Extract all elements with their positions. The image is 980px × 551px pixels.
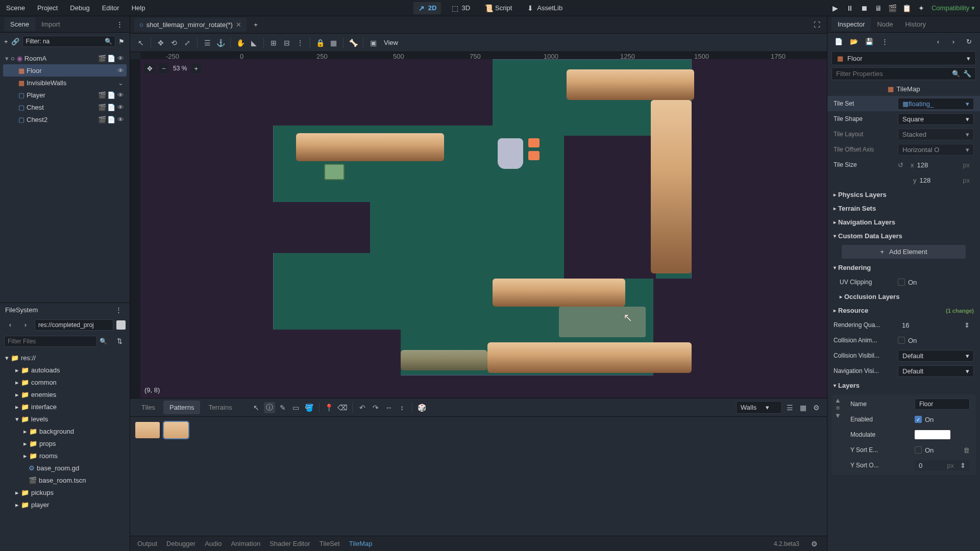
script-icon[interactable]: 📄	[107, 91, 115, 99]
canvas-viewport[interactable]: ↖ ✥ − 53 % + (9, 8)	[140, 59, 827, 398]
wrench-icon[interactable]: 🔧	[963, 70, 971, 78]
panel-menu-icon[interactable]: ⋮	[113, 18, 126, 31]
fs-filter-input[interactable]	[4, 336, 97, 347]
link-icon[interactable]: 🔗	[11, 35, 19, 47]
fs-base-room-tscn[interactable]: 🎬base_room.tscn	[3, 474, 127, 487]
collvis-select[interactable]: Default▾	[898, 350, 974, 362]
tilesize-y-input[interactable]: y128px	[909, 175, 974, 186]
close-icon[interactable]: ✕	[236, 21, 241, 29]
fs-pickups[interactable]: ▸📁pickups	[3, 487, 127, 499]
group-icon[interactable]: ▦	[328, 37, 339, 48]
tab-tilemap[interactable]: TileMap	[349, 540, 373, 547]
section-rendering[interactable]: ▾Rendering	[827, 261, 980, 274]
tab-output[interactable]: Output	[137, 540, 157, 547]
layer-select[interactable]: Walls ▾	[736, 401, 782, 414]
layer-move-down[interactable]: ▼	[835, 412, 841, 419]
node-chest[interactable]: ▢ Chest 🎬📄👁	[3, 101, 127, 113]
flip-v-icon[interactable]: ↕	[397, 402, 408, 413]
menu-project[interactable]: Project	[36, 2, 59, 14]
section-resource[interactable]: ▸Resource(1 change)	[827, 304, 980, 317]
revert-icon[interactable]: ↺	[898, 161, 903, 169]
movie-icon[interactable]: 🎬	[889, 4, 897, 12]
nav-fwd-icon[interactable]: ›	[19, 319, 32, 331]
insp-fwd-icon[interactable]: ›	[947, 35, 960, 47]
menu-help[interactable]: Help	[131, 2, 146, 14]
visibility-icon[interactable]: 👁	[116, 54, 125, 62]
node-chest2[interactable]: ▢ Chest2 🎬📄👁	[3, 113, 127, 126]
prop-tileset-value[interactable]: ▦ floating_▾	[898, 98, 974, 110]
random-icon[interactable]: 🎲	[416, 402, 428, 413]
clapper-icon[interactable]: 🎬	[98, 115, 106, 123]
preview-icon[interactable]: ▣	[368, 37, 379, 48]
node-floor[interactable]: ▦ Floor 👁	[3, 64, 127, 77]
bottom-settings-icon[interactable]: ⚙	[808, 538, 820, 549]
remote-icon[interactable]: 🖥	[874, 4, 883, 12]
tab-node[interactable]: Node	[871, 17, 899, 31]
tab-animation[interactable]: Animation	[231, 540, 260, 547]
pattern-item-0[interactable]	[135, 422, 160, 438]
node-player[interactable]: ▢ Player 🎬📄👁	[3, 89, 127, 101]
visibility-icon[interactable]: 👁	[116, 103, 125, 111]
insp-load-icon[interactable]: 📂	[848, 35, 860, 47]
section-occlusion[interactable]: ▸Occlusion Layers	[827, 290, 980, 304]
layer-enabled-checkbox[interactable]: ✓	[915, 416, 922, 423]
insp-new-icon[interactable]: 📄	[832, 35, 845, 47]
tab-import[interactable]: Import	[35, 17, 66, 31]
clapper-icon[interactable]: 🎬	[98, 91, 106, 99]
fs-path[interactable]: res://completed_proj	[35, 319, 113, 331]
tab-audio[interactable]: Audio	[205, 540, 222, 547]
menu-debug[interactable]: Debug	[69, 2, 90, 14]
tab-inspector[interactable]: Inspector	[831, 17, 871, 31]
fs-sort-icon[interactable]: ⇅	[113, 335, 126, 347]
section-layers[interactable]: ▾Layers	[827, 379, 980, 392]
layer-name-input[interactable]: Floor	[915, 398, 970, 410]
ruler-tool-icon[interactable]: ◣	[248, 37, 259, 48]
rotate-ccw-icon[interactable]: ↶	[357, 402, 368, 413]
prop-tileshape-value[interactable]: Square▾	[898, 113, 974, 125]
node-selector[interactable]: ▦Floor▾	[831, 51, 976, 65]
node-invisible-walls[interactable]: ▦ InvisibleWalls ⌄	[3, 77, 127, 89]
fs-player[interactable]: ▸📁player	[3, 499, 127, 511]
ysort-checkbox[interactable]	[915, 446, 922, 454]
renderqual-input[interactable]: 16⇕	[898, 320, 974, 331]
toggle-highlight-icon[interactable]: ▦	[797, 402, 808, 413]
rect-tool-icon[interactable]: ▭	[290, 402, 302, 413]
layer-move-up[interactable]: ▲	[835, 396, 841, 404]
modulate-color[interactable]	[915, 430, 950, 439]
fs-levels[interactable]: ▾📁levels	[3, 413, 127, 425]
scale-tool-icon[interactable]: ⤢	[182, 37, 193, 48]
scene-filter-input[interactable]	[22, 36, 115, 47]
tab-patterns[interactable]: Patterns	[163, 400, 200, 414]
move-tool-icon[interactable]: ✥	[155, 37, 166, 48]
navvis-select[interactable]: Default▾	[898, 365, 974, 377]
play-icon[interactable]: ▶	[831, 4, 840, 12]
visibility-icon[interactable]: 👁	[116, 66, 125, 74]
script-icon[interactable]: 📄	[107, 115, 115, 123]
stop-icon[interactable]: ⏹	[860, 4, 868, 12]
insp-back-icon[interactable]: ‹	[932, 35, 944, 47]
section-navigation[interactable]: ▸Navigation Layers	[827, 215, 980, 229]
collanim-checkbox[interactable]	[898, 337, 905, 344]
rotate-tool-icon[interactable]: ⟲	[168, 37, 180, 48]
eraser-tool-icon[interactable]: ⌫	[337, 402, 348, 413]
menu-editor[interactable]: Editor	[101, 2, 120, 14]
mode-3d[interactable]: ⬚3D	[447, 2, 474, 14]
mode-2d[interactable]: ↗2D	[413, 2, 441, 14]
tab-debugger[interactable]: Debugger	[166, 540, 195, 547]
bucket-tool-icon[interactable]: 🪣	[304, 402, 315, 413]
build-icon[interactable]: 📋	[903, 4, 911, 12]
tab-tileset[interactable]: TileSet	[320, 540, 340, 547]
script-icon[interactable]: 📄	[107, 54, 115, 62]
flip-h-icon[interactable]: ↔	[383, 402, 395, 413]
snap-options-icon[interactable]: ⊟	[281, 37, 292, 48]
scene-tool-icon[interactable]: ⚑	[118, 35, 125, 47]
more-icon[interactable]: ⋮	[295, 37, 306, 48]
bone-icon[interactable]: 🦴	[348, 37, 359, 48]
paint-tile-icon[interactable]: ⓘ	[264, 402, 275, 413]
fs-autoloads[interactable]: ▸📁autoloads	[3, 364, 127, 377]
render-icon[interactable]: ✦	[917, 4, 925, 12]
script-icon[interactable]: 📄	[107, 103, 115, 111]
add-tab-icon[interactable]: +	[250, 19, 262, 31]
insp-more-icon[interactable]: ⋮	[878, 35, 891, 47]
zoom-percent[interactable]: 53 %	[173, 65, 187, 72]
